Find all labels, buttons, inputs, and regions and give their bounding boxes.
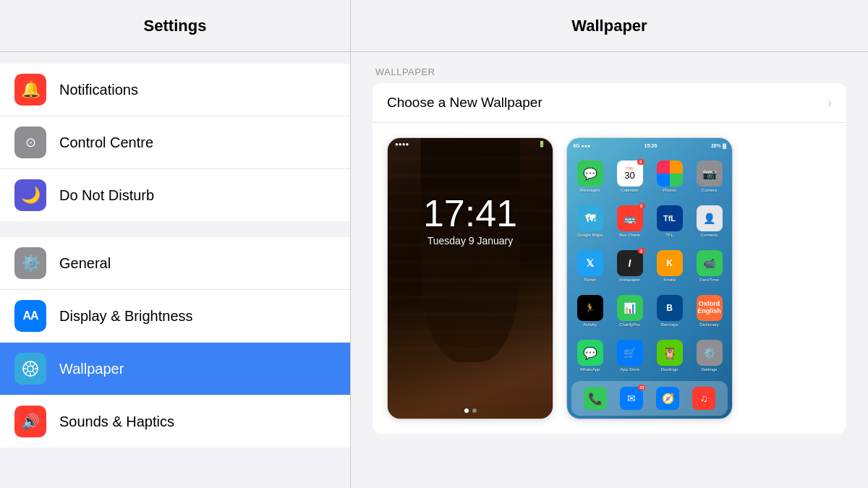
app-camera[interactable]: 📷 Camera	[691, 155, 728, 197]
page-dot-1	[472, 408, 477, 413]
app-tfl[interactable]: TfL TFL	[651, 200, 688, 242]
dock-safari[interactable]: 🧭	[656, 387, 679, 410]
sidebar-item-display[interactable]: AA Display & Brightness	[0, 290, 350, 343]
lock-date: Tuesday 9 January	[388, 235, 553, 247]
sidebar-title: Settings	[144, 17, 207, 35]
app-bus[interactable]: 🚌 2 Bus Check	[611, 200, 648, 242]
svg-point-1	[27, 366, 33, 372]
app-appstore[interactable]: 🛒 App Store	[611, 335, 648, 377]
app-numbers[interactable]: 📊 ChartlyPro	[611, 290, 648, 332]
dock-music[interactable]: ♫	[692, 387, 715, 410]
app-duolingo[interactable]: 🦉 Duolingo	[651, 335, 688, 377]
children-figures	[388, 265, 553, 419]
general-icon: ⚙️	[14, 247, 46, 279]
app-messages[interactable]: 💬 Messages	[571, 155, 608, 197]
sidebar-item-control-centre[interactable]: ⊙ Control Centre	[0, 116, 350, 169]
wallpaper-icon	[14, 353, 46, 385]
app-whatsapp[interactable]: 💬 WhatsApp	[571, 335, 608, 377]
sidebar-list: 🔔 Notifications ⊙ Control Centre 🌙 Do No…	[0, 52, 350, 488]
sounds-icon: 🔊	[14, 406, 46, 437]
lock-battery: 🔋	[538, 141, 545, 147]
display-label: Display & Brightness	[59, 308, 193, 325]
app-grid: 💬 Messages THU 30	[567, 153, 732, 380]
sidebar-item-wallpaper[interactable]: Wallpaper	[0, 343, 350, 395]
app-kindle[interactable]: K Kindle	[651, 245, 688, 287]
chevron-right-icon: ›	[827, 95, 832, 111]
home-signal: 4G ●●●	[573, 143, 590, 148]
control-centre-label: Control Centre	[59, 134, 153, 151]
app-settings-home[interactable]: ⚙️ Settings	[691, 335, 728, 377]
sidebar-item-sounds[interactable]: 🔊 Sounds & Haptics	[0, 395, 350, 448]
wallpaper-label: Wallpaper	[59, 361, 124, 377]
notifications-label: Notifications	[59, 82, 138, 98]
sidebar-item-general[interactable]: ⚙️ General	[0, 237, 350, 290]
sidebar: Settings 🔔 Notifications ⊙ Control Centr…	[0, 0, 351, 488]
app-calendar[interactable]: THU 30 3 Calendar	[611, 155, 648, 197]
dock-mail[interactable]: ✉ 53	[620, 387, 643, 410]
lock-signal: ●●●●	[395, 141, 409, 147]
app-maps[interactable]: 🗺 Google Maps	[571, 200, 608, 242]
sidebar-item-notifications[interactable]: 🔔 Notifications	[0, 64, 350, 116]
app-facetime[interactable]: 📹 FaceTime	[691, 245, 728, 287]
wallpaper-section-label: WALLPAPER	[373, 67, 846, 77]
main-header: Wallpaper	[351, 0, 868, 52]
lockscreen-preview[interactable]: 17:41 Tuesday 9 January ●●●● 🔋	[387, 137, 553, 419]
main-panel: Wallpaper WALLPAPER Choose a New Wallpap…	[351, 0, 868, 488]
home-status-bar: 4G ●●● 15:26 28% ▓	[567, 138, 732, 153]
home-battery: 28% ▓	[711, 143, 726, 148]
sounds-label: Sounds & Haptics	[59, 414, 174, 430]
notifications-icon: 🔔	[14, 74, 46, 106]
sidebar-section-1: 🔔 Notifications ⊙ Control Centre 🌙 Do No…	[0, 64, 350, 221]
dock-bar: 📞 ✉ 53 🧭 ♫	[571, 381, 728, 416]
home-time: 15:26	[644, 143, 658, 148]
main-title: Wallpaper	[571, 17, 647, 35]
wallpaper-card: Choose a New Wallpaper ›	[373, 83, 846, 434]
sidebar-header: Settings	[0, 0, 350, 52]
sidebar-section-2: ⚙️ General AA Display & Brightness	[0, 237, 350, 448]
wallpaper-previews: 17:41 Tuesday 9 January ●●●● 🔋	[373, 123, 846, 434]
sidebar-item-dnd[interactable]: 🌙 Do Not Disturb	[0, 169, 350, 221]
app-contacts[interactable]: 👤 Contacts	[691, 200, 728, 242]
page-dot-active	[464, 408, 469, 413]
choose-wallpaper-row[interactable]: Choose a New Wallpaper ›	[373, 83, 846, 123]
general-label: General	[59, 255, 111, 272]
app-barclays[interactable]: B Barclays	[651, 290, 688, 332]
dnd-icon: 🌙	[14, 179, 46, 211]
dnd-label: Do Not Disturb	[59, 187, 154, 204]
choose-wallpaper-label: Choose a New Wallpaper	[387, 95, 827, 111]
homescreen-preview[interactable]: 4G ●●● 15:26 28% ▓ 💬 Messag	[566, 137, 733, 419]
display-icon: AA	[14, 300, 46, 332]
app-activity[interactable]: 🏃 Activity	[571, 290, 608, 332]
home-screen: 4G ●●● 15:26 28% ▓ 💬 Messag	[567, 138, 732, 419]
control-centre-icon: ⊙	[14, 127, 46, 158]
lock-time: 17:41	[388, 194, 553, 232]
app-twitter[interactable]: 𝕏 Twitter	[571, 245, 608, 287]
app-instapaper[interactable]: I 2 Instapaper	[611, 245, 648, 287]
app-photos[interactable]: Photos	[651, 155, 688, 197]
app-container: Settings 🔔 Notifications ⊙ Control Centr…	[0, 0, 868, 488]
main-content: WALLPAPER Choose a New Wallpaper ›	[351, 52, 868, 488]
dock-phone[interactable]: 📞	[584, 387, 607, 410]
app-dictionary[interactable]: Oxford English Dictionary	[691, 290, 728, 332]
